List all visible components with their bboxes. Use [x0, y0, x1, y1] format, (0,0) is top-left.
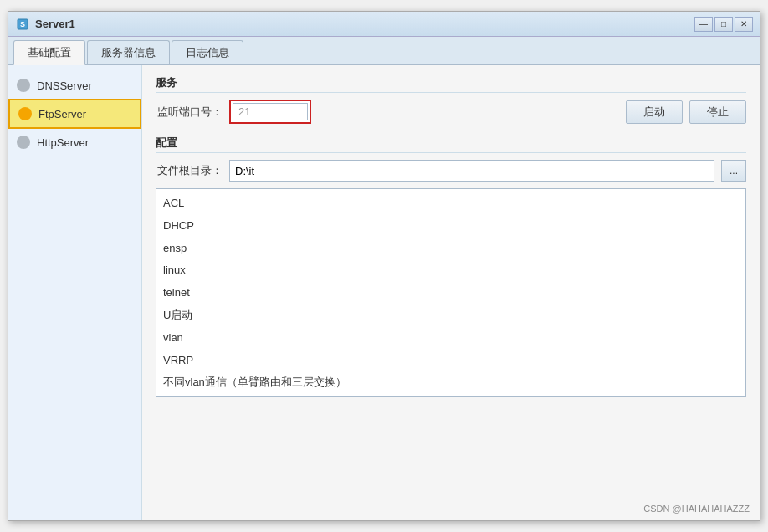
port-input[interactable] — [233, 103, 308, 120]
file-list-container[interactable]: ACLDHCPensplinuxtelnetU启动vlanVRRP不同vlan通… — [156, 188, 746, 397]
browse-button[interactable]: ... — [721, 160, 746, 182]
file-list: ACLDHCPensplinuxtelnetU启动vlanVRRP不同vlan通… — [156, 189, 745, 397]
port-label: 监听端口号： — [156, 105, 223, 120]
port-input-wrapper — [229, 100, 311, 124]
sidebar-label-dns: DNSServer — [37, 79, 92, 92]
list-item[interactable]: VRRP — [161, 350, 740, 372]
sidebar-item-http[interactable]: HttpServer — [8, 129, 141, 156]
path-input[interactable] — [229, 160, 714, 182]
list-item[interactable]: telnet — [161, 282, 740, 304]
sidebar: DNSServer FtpServer HttpServer — [8, 65, 142, 520]
list-item[interactable]: ensp — [161, 238, 740, 260]
start-button[interactable]: 启动 — [626, 100, 683, 124]
stop-button[interactable]: 停止 — [689, 100, 746, 124]
list-item[interactable]: 交换机的工作原理 — [161, 394, 740, 397]
minimize-button[interactable]: — — [694, 17, 713, 32]
watermark: CSDN @HAHAHAHAZZZ — [643, 504, 750, 514]
tab-basic-config[interactable]: 基础配置 — [13, 40, 85, 65]
list-item[interactable]: ACL — [161, 192, 740, 215]
title-bar: S Server1 — □ ✕ — [8, 12, 760, 37]
http-status-dot — [17, 136, 30, 149]
path-label: 文件根目录： — [156, 163, 223, 178]
list-item[interactable]: U启动 — [161, 304, 740, 327]
maximize-button[interactable]: □ — [714, 17, 733, 32]
service-section-header: 服务 — [156, 75, 746, 93]
sidebar-item-dns[interactable]: DNSServer — [8, 72, 141, 99]
ftp-status-dot — [18, 107, 32, 120]
sidebar-label-ftp: FtpServer — [38, 108, 86, 120]
window-title: Server1 — [35, 18, 694, 30]
title-buttons: — □ ✕ — [694, 17, 753, 32]
list-item[interactable]: vlan — [161, 327, 740, 350]
close-button[interactable]: ✕ — [735, 17, 753, 32]
main-panel: 服务 监听端口号： 启动 停止 配置 文件根目录： — [142, 65, 760, 520]
sidebar-label-http: HttpServer — [37, 136, 89, 149]
window-icon: S — [15, 17, 30, 32]
sidebar-item-ftp[interactable]: FtpServer — [8, 99, 141, 129]
list-item[interactable]: DHCP — [161, 215, 740, 238]
list-item[interactable]: linux — [161, 259, 740, 282]
dns-status-dot — [17, 79, 30, 92]
service-buttons: 启动 停止 — [626, 100, 746, 124]
service-section: 服务 监听端口号： 启动 停止 — [156, 75, 746, 124]
svg-text:S: S — [20, 20, 25, 28]
path-row: 文件根目录： ... — [156, 160, 746, 182]
config-section: 配置 文件根目录： ... ACLDHCPensplinuxtelnetU启动v… — [156, 136, 746, 397]
tab-bar: 基础配置 服务器信息 日志信息 — [8, 37, 760, 65]
tab-log-info[interactable]: 日志信息 — [172, 40, 243, 64]
config-section-header: 配置 — [156, 136, 746, 153]
main-window: S Server1 — □ ✕ 基础配置 服务器信息 日志信息 DNSServe… — [8, 11, 760, 521]
list-item[interactable]: 不同vlan通信（单臂路由和三层交换） — [161, 371, 740, 394]
tab-server-info[interactable]: 服务器信息 — [87, 40, 170, 64]
content-area: DNSServer FtpServer HttpServer 服务 监听端口号： — [8, 65, 760, 520]
service-row: 监听端口号： 启动 停止 — [156, 100, 746, 124]
